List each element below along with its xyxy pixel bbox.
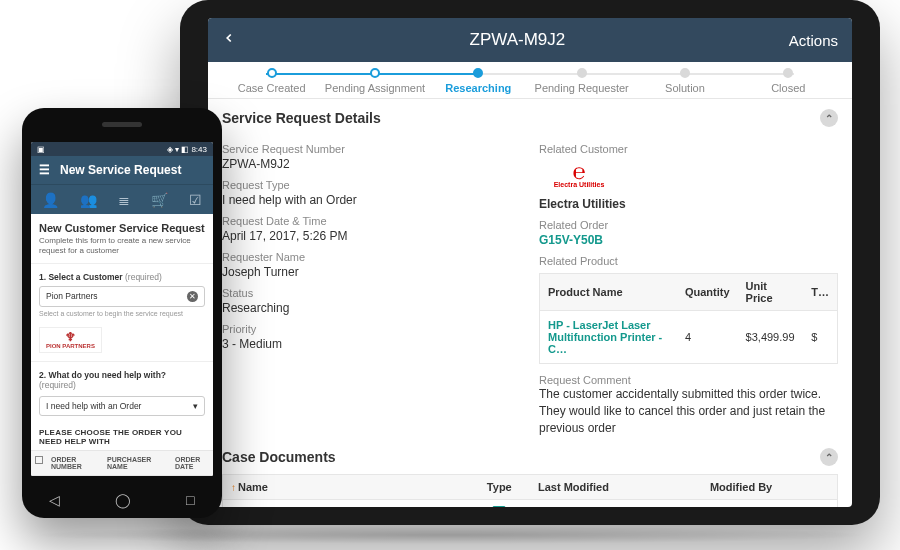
tablet-screen: ZPWA-M9J2 Actions Case Created Pending A…	[208, 18, 852, 507]
requester-name-value: Joseph Turner	[222, 265, 521, 279]
logo-glyph-icon: ♆	[46, 331, 95, 343]
documents-section-header: Case Documents ⌃	[222, 448, 838, 466]
phone-tab-bar: 👤 👥 ≣ 🛒 ☑	[31, 184, 213, 214]
collapse-icon[interactable]: ⌃	[820, 448, 838, 466]
chevron-down-icon: ▾	[193, 401, 198, 411]
form-title: New Customer Service Request	[31, 214, 213, 236]
field-label: Priority	[222, 323, 521, 335]
field-label: Request Type	[222, 179, 521, 191]
order-table-header: ORDER NUMBER PURCHASER NAME ORDER DATE	[31, 450, 213, 476]
col-product-name[interactable]: Product Name	[540, 274, 677, 311]
nav-back-icon[interactable]: ◁	[49, 492, 60, 508]
product-total: $	[803, 311, 837, 364]
request-datetime-value: April 17, 2017, 5:26 PM	[222, 229, 521, 243]
status-left-icon: ▣	[37, 145, 45, 154]
document-icon: ≡	[492, 506, 506, 507]
actions-button[interactable]: Actions	[789, 32, 838, 49]
phone-header: ☰ New Service Request	[31, 156, 213, 184]
dropdown-value: I need help with an Order	[46, 401, 141, 411]
request-comment: The customer accidentally submitted this…	[539, 386, 838, 436]
details-section-header: Service Request Details ⌃	[222, 109, 838, 127]
field-label: Request Comment	[539, 374, 838, 386]
product-name-link[interactable]: HP - LaserJet Laser Multifunction Printe…	[540, 311, 677, 364]
collapse-icon[interactable]: ⌃	[820, 109, 838, 127]
chip-label: Pion Partners	[46, 291, 98, 301]
document-name-link[interactable]: ElectraUtilities_ZPWA-M9J2	[223, 500, 469, 507]
col-purchaser[interactable]: PURCHASER NAME	[103, 451, 171, 475]
section-title: Service Request Details	[222, 110, 381, 126]
tab-list-icon[interactable]: ≣	[118, 192, 130, 208]
col-modified-by[interactable]: Modified By	[702, 475, 837, 499]
step-closed[interactable]: Closed	[737, 68, 840, 94]
back-icon[interactable]	[222, 30, 246, 50]
order-section-title: PLEASE CHOOSE THE ORDER YOU NEED HELP WI…	[31, 422, 213, 450]
step1-label: 1. Select a Customer (required)	[31, 264, 213, 286]
step-researching[interactable]: Researching	[427, 68, 530, 94]
nav-home-icon[interactable]: ◯	[115, 492, 131, 508]
step-case-created[interactable]: Case Created	[220, 68, 323, 94]
documents-header-row: ↑Name Type Last Modified Modified By	[222, 474, 838, 500]
android-status-bar: ▣ ◈ ▾ ◧ 8:43	[31, 142, 213, 156]
col-quantity[interactable]: Quantity	[677, 274, 738, 311]
request-type-value: I need help with an Order	[222, 193, 521, 207]
col-unit-price[interactable]: Unit Price	[738, 274, 804, 311]
tab-user-icon[interactable]: 👤	[42, 192, 59, 208]
field-label: Request Date & Time	[222, 215, 521, 227]
menu-icon[interactable]: ☰	[39, 163, 50, 177]
customer-logo: ♆ PION PARTNERS	[39, 327, 102, 353]
tablet-header: ZPWA-M9J2 Actions	[208, 18, 852, 62]
tab-check-icon[interactable]: ☑	[189, 192, 202, 208]
wifi-icon: ◈ ▾ ◧	[167, 145, 192, 154]
nav-recent-icon[interactable]: □	[186, 492, 194, 508]
customer-logo: ℮ Electra Utilities	[539, 155, 619, 195]
help-type-dropdown[interactable]: I need help with an Order ▾	[39, 396, 205, 416]
field-label: Related Order	[539, 219, 838, 231]
col-name[interactable]: ↑Name	[223, 475, 469, 499]
tab-group-icon[interactable]: 👥	[80, 192, 97, 208]
step-pending-assignment[interactable]: Pending Assignment	[323, 68, 426, 94]
document-modified: 5/4/2017 4:03 PM EDT	[530, 500, 702, 507]
customer-name: Electra Utilities	[539, 197, 838, 211]
sort-asc-icon: ↑	[231, 482, 236, 493]
step-solution[interactable]: Solution	[633, 68, 736, 94]
status-time: 8:43	[191, 145, 207, 154]
clear-icon[interactable]: ✕	[187, 291, 198, 302]
col-order-number[interactable]: ORDER NUMBER	[47, 451, 103, 475]
select-hint: Select a customer to begin the service r…	[31, 307, 213, 323]
tablet-device: ZPWA-M9J2 Actions Case Created Pending A…	[180, 0, 880, 525]
priority-value: 3 - Medium	[222, 337, 521, 351]
document-row[interactable]: ElectraUtilities_ZPWA-M9J2 ≡ 5/4/2017 4:…	[222, 500, 838, 507]
tab-cart-icon[interactable]: 🛒	[151, 192, 168, 208]
section-title: Case Documents	[222, 449, 336, 465]
field-label: Requester Name	[222, 251, 521, 263]
form-subtitle: Complete this form to create a new servi…	[31, 236, 213, 264]
select-all-checkbox[interactable]	[35, 456, 43, 464]
step2-label: 2. What do you need help with? (required…	[31, 362, 213, 394]
android-nav-bar: ◁ ◯ □	[22, 492, 222, 508]
table-row[interactable]: HP - LaserJet Laser Multifunction Printe…	[540, 311, 838, 364]
product-qty: 4	[677, 311, 738, 364]
col-total[interactable]: T…	[803, 274, 837, 311]
col-type[interactable]: Type	[469, 475, 530, 499]
field-label: Service Request Number	[222, 143, 521, 155]
document-modified-by[interactable]: Karen Anderson	[702, 500, 837, 507]
field-label: Related Product	[539, 255, 838, 267]
product-table: Product Name Quantity Unit Price T… HP -…	[539, 273, 838, 364]
col-order-date[interactable]: ORDER DATE	[171, 451, 213, 475]
product-price: $3,499.99	[738, 311, 804, 364]
progress-stepper: Case Created Pending Assignment Research…	[208, 62, 852, 99]
sr-number-value: ZPWA-M9J2	[222, 157, 521, 171]
field-label: Related Customer	[539, 143, 838, 155]
field-label: Status	[222, 287, 521, 299]
related-order-link[interactable]: G15V-Y50B	[539, 233, 838, 247]
phone-device: ▣ ◈ ▾ ◧ 8:43 ☰ New Service Request 👤 👥 ≣…	[22, 108, 222, 518]
phone-screen: ▣ ◈ ▾ ◧ 8:43 ☰ New Service Request 👤 👥 ≣…	[31, 142, 213, 476]
selected-customer-chip[interactable]: Pion Partners ✕	[39, 286, 205, 307]
step-pending-requester[interactable]: Pending Requester	[530, 68, 633, 94]
col-last-modified[interactable]: Last Modified	[530, 475, 702, 499]
phone-title: New Service Request	[60, 163, 181, 177]
page-title: ZPWA-M9J2	[246, 30, 789, 50]
status-value: Researching	[222, 301, 521, 315]
logo-glyph-icon: ℮	[572, 163, 585, 181]
